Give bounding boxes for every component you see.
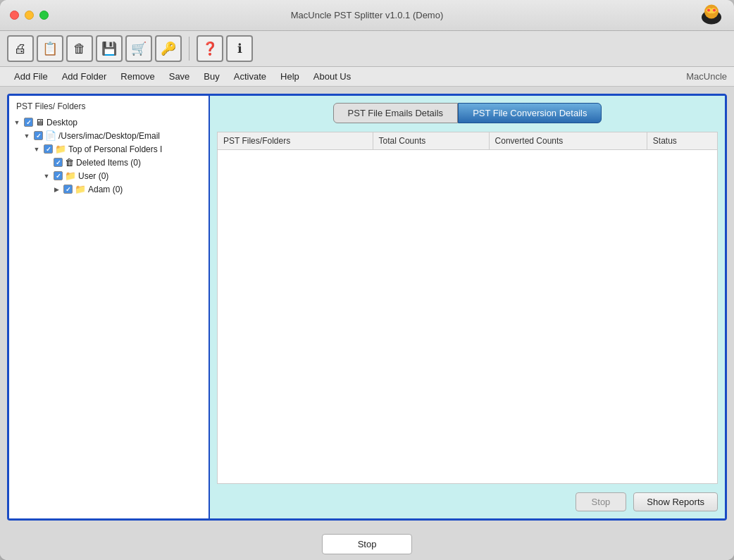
personal-folder-icon: 📁: [55, 144, 66, 154]
left-panel: PST Files/ Folders ▼ 🖥 Desktop ▼ 📄 /User…: [9, 96, 210, 518]
toolbar-separator: [189, 37, 189, 61]
personal-folder-label: Top of Personal Folders I: [68, 144, 162, 154]
expand-arrow-desktop[interactable]: ▼: [12, 118, 22, 127]
brand-name: MacUncle: [686, 71, 727, 82]
stop-main-button[interactable]: Stop: [322, 534, 413, 554]
svg-point-3: [713, 8, 716, 11]
checkbox-personal[interactable]: [44, 144, 53, 154]
menubar: Add File Add Folder Remove Save Buy Acti…: [0, 67, 734, 87]
left-panel-header: PST Files/ Folders: [12, 100, 206, 116]
checkbox-desktop[interactable]: [24, 118, 33, 127]
stop-button-panel[interactable]: Stop: [576, 492, 627, 511]
bottom-bar: Stop: [0, 528, 734, 560]
desktop-label: Desktop: [46, 118, 77, 127]
deleted-label: Deleted Items (0): [76, 158, 141, 168]
about-btn[interactable]: ℹ: [226, 35, 253, 62]
tree-item-email-file[interactable]: ▼ 📄 /Users/imac/Desktop/Email: [12, 129, 206, 142]
tab-conversion[interactable]: PST File Conversion Details: [458, 103, 602, 123]
buy-btn[interactable]: 🛒: [125, 35, 152, 62]
activate-icon: 🔑: [161, 41, 176, 56]
col-total-counts: Total Counts: [373, 132, 489, 150]
main-content: PST Files/ Folders ▼ 🖥 Desktop ▼ 📄 /User…: [0, 87, 734, 528]
add-file-icon: 🖨: [14, 42, 27, 56]
help-btn[interactable]: ❓: [197, 35, 223, 62]
email-file-label: /Users/imac/Desktop/Email: [58, 131, 160, 141]
deleted-icon: 🗑: [65, 157, 74, 168]
user-label: User (0): [78, 171, 108, 181]
show-reports-button[interactable]: Show Reports: [633, 492, 718, 511]
col-pst-files: PST Files/Folders: [218, 132, 373, 150]
tree-item-deleted[interactable]: ▶ 🗑 Deleted Items (0): [12, 156, 206, 169]
toolbar: 🖨 📋 🗑 💾 🛒 🔑 ❓ ℹ: [0, 31, 734, 67]
adam-label: Adam (0): [88, 185, 123, 194]
bottom-buttons: Stop Show Reports: [217, 490, 718, 511]
tree-item-user[interactable]: ▼ 📁 User (0): [12, 169, 206, 182]
about-icon: ℹ: [237, 41, 242, 56]
remove-icon: 🗑: [73, 42, 86, 56]
menu-help[interactable]: Help: [273, 69, 306, 84]
menu-add-folder[interactable]: Add Folder: [55, 69, 114, 84]
minimize-button[interactable]: [25, 11, 34, 20]
buy-icon: 🛒: [131, 41, 147, 56]
save-btn[interactable]: 💾: [96, 35, 123, 62]
add-folder-btn[interactable]: 📋: [37, 35, 63, 62]
close-button[interactable]: [10, 11, 19, 20]
expand-arrow-adam[interactable]: ▶: [51, 185, 61, 194]
right-panel: PST File Emails Details PST File Convers…: [210, 96, 725, 518]
activate-btn[interactable]: 🔑: [155, 35, 182, 62]
expand-arrow-personal[interactable]: ▼: [32, 144, 42, 154]
menu-add-file[interactable]: Add File: [7, 69, 55, 84]
expand-arrow-user[interactable]: ▼: [42, 171, 51, 181]
checkbox-email[interactable]: [34, 131, 43, 140]
svg-point-2: [707, 8, 710, 11]
col-converted-counts: Converted Counts: [489, 132, 647, 150]
desktop-icon: 🖥: [35, 117, 44, 127]
menu-about[interactable]: About Us: [306, 69, 358, 84]
adam-folder-icon: 📁: [75, 184, 86, 194]
save-icon: 💾: [101, 41, 117, 56]
add-folder-icon: 📋: [42, 41, 58, 56]
checkbox-user[interactable]: [54, 171, 63, 180]
maximize-button[interactable]: [39, 11, 49, 20]
data-table-container: PST Files/Folders Total Counts Converted…: [217, 132, 718, 484]
titlebar: MacUncle PST Splitter v1.0.1 (Demo): [0, 0, 734, 31]
tab-emails[interactable]: PST File Emails Details: [333, 103, 459, 123]
menu-save[interactable]: Save: [162, 69, 197, 84]
help-icon: ❓: [202, 41, 218, 56]
user-folder-icon: 📁: [65, 170, 76, 181]
tree-item-personal-folders[interactable]: ▼ 📁 Top of Personal Folders I: [12, 142, 206, 156]
logo-area: [699, 1, 724, 29]
tab-bar: PST File Emails Details PST File Convers…: [217, 103, 718, 123]
window-controls: [10, 11, 49, 20]
tree-item-desktop[interactable]: ▼ 🖥 Desktop: [12, 116, 206, 129]
menu-buy[interactable]: Buy: [197, 69, 226, 84]
col-status: Status: [647, 132, 717, 150]
menu-remove[interactable]: Remove: [113, 69, 161, 84]
window-title: MacUncle PST Splitter v1.0.1 (Demo): [291, 10, 444, 20]
checkbox-adam[interactable]: [63, 185, 73, 194]
menu-activate[interactable]: Activate: [227, 69, 273, 84]
tree-item-adam[interactable]: ▶ 📁 Adam (0): [12, 182, 206, 196]
macuncle-logo: [699, 1, 724, 27]
main-window: MacUncle PST Splitter v1.0.1 (Demo) 🖨 📋 …: [0, 0, 734, 560]
add-file-btn[interactable]: 🖨: [7, 35, 34, 62]
conversion-table: PST Files/Folders Total Counts Converted…: [218, 132, 717, 150]
remove-btn[interactable]: 🗑: [66, 35, 93, 62]
expand-arrow-email[interactable]: ▼: [22, 131, 32, 141]
content-area: PST Files/ Folders ▼ 🖥 Desktop ▼ 📄 /User…: [7, 94, 727, 521]
email-file-icon: 📄: [45, 130, 56, 141]
table-header-row: PST Files/Folders Total Counts Converted…: [218, 132, 717, 150]
checkbox-deleted[interactable]: [54, 158, 63, 167]
